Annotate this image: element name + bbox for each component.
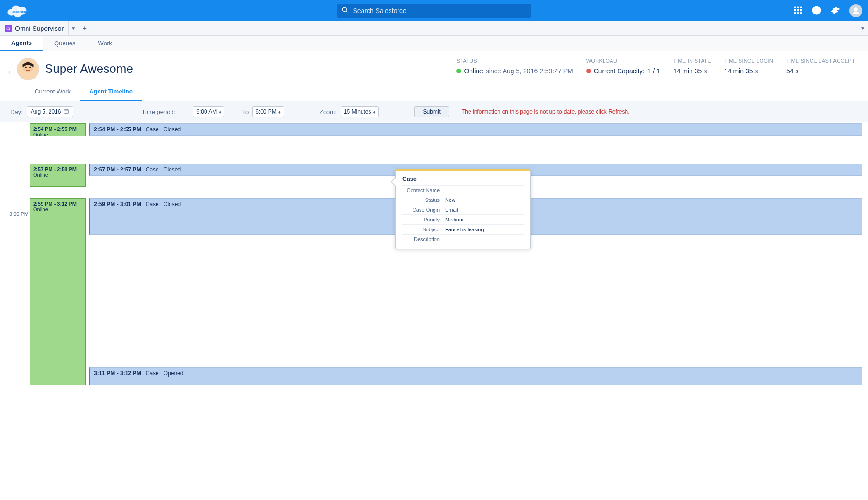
svg-rect-11: [797, 9, 799, 11]
time-from-select[interactable]: 9:00 AM♦: [193, 106, 224, 117]
app-context-bar: Omni Supervisor ▼ + ▼: [0, 21, 868, 36]
app-launcher-icon[interactable]: [793, 6, 803, 16]
svg-rect-8: [797, 6, 799, 8]
app-menu-caret[interactable]: ▼: [861, 26, 868, 31]
svg-point-5: [342, 7, 346, 11]
day-picker[interactable]: Aug 5, 2016: [27, 106, 74, 117]
popover-title: Case: [402, 175, 524, 185]
svg-line-6: [346, 11, 347, 12]
svg-point-24: [29, 67, 31, 68]
workspace-subtabs: Agents Queues Work: [0, 36, 868, 51]
timeline-lanes: 2:54 PM - 2:55 PM Online 2:54 PM - 2:55 …: [30, 123, 862, 387]
svg-text:salesforce: salesforce: [12, 10, 27, 13]
header-actions: [793, 4, 862, 17]
case-detail-popover: Case Contact Name StatusNew Case OriginE…: [395, 169, 531, 249]
workload-label: WORKLOAD: [586, 58, 660, 64]
zoom-label: Zoom:: [320, 108, 337, 115]
svg-rect-13: [794, 12, 796, 14]
search-icon: [342, 7, 349, 15]
svg-point-17: [816, 12, 817, 13]
svg-point-23: [25, 67, 27, 68]
back-chevron-icon[interactable]: ‹: [8, 67, 11, 80]
gutter-time-label: 3:00 PM: [9, 211, 30, 217]
status-value: Online since Aug 5, 2016 2:59:27 PM: [456, 67, 573, 75]
global-header: salesforce: [0, 0, 868, 21]
tab-agents[interactable]: Agents: [0, 36, 43, 51]
app-name-label: Omni Supervisor: [15, 25, 64, 32]
svg-line-20: [9, 29, 10, 30]
zoom-select[interactable]: 15 Minutes♦: [341, 106, 379, 117]
online-status-dot: [456, 69, 461, 73]
status-block[interactable]: 2:59 PM - 3:12 PM Online: [30, 198, 86, 385]
status-block[interactable]: 2:57 PM - 2:58 PM Online: [30, 164, 86, 187]
tab-queues[interactable]: Queues: [43, 36, 87, 51]
day-label: Day:: [10, 108, 23, 115]
tab-menu-caret[interactable]: ▼: [68, 21, 78, 36]
tab-work[interactable]: Work: [87, 36, 123, 51]
time-gutter: 3:00 PM: [9, 123, 30, 387]
agent-header: ‹ Super Awesome STATUS Online since Aug …: [0, 51, 868, 80]
new-tab-button[interactable]: +: [78, 21, 91, 36]
time-since-last-accept-value: 54 s: [786, 67, 855, 75]
timeline-row: 2:54 PM - 2:55 PM Online 2:54 PM - 2:55 …: [30, 123, 862, 137]
tab-current-work[interactable]: Current Work: [25, 83, 80, 101]
capacity-dot: [586, 69, 591, 73]
time-since-last-accept-label: TIME SINCE LAST ACCEPT: [786, 58, 855, 64]
tab-agent-timeline[interactable]: Agent Timeline: [80, 83, 142, 101]
timeline-filter-bar: Day: Aug 5, 2016 Time period: 9:00 AM♦ T…: [0, 101, 868, 122]
workload-value: Current Capacity: 1 / 1: [586, 67, 660, 75]
work-item[interactable]: 2:54 PM - 2:55 PM Case Closed: [89, 123, 862, 136]
timeline: 3:00 PM 2:54 PM - 2:55 PM Online 2:54 PM…: [0, 122, 868, 387]
refresh-warning: The information on this page is not up-t…: [462, 108, 630, 115]
work-item[interactable]: 3:11 PM - 3:12 PM Case Opened: [89, 367, 862, 385]
svg-point-18: [854, 7, 858, 11]
time-to-select[interactable]: 6:00 PM♦: [252, 106, 284, 117]
user-avatar-icon[interactable]: [849, 4, 862, 17]
agent-stats: STATUS Online since Aug 5, 2016 2:59:27 …: [456, 58, 860, 80]
agent-name: Super Awesome: [45, 62, 133, 80]
time-period-label: Time period:: [142, 108, 175, 115]
svg-rect-7: [794, 6, 796, 8]
svg-rect-14: [797, 12, 799, 14]
agent-avatar: [17, 58, 39, 80]
to-label: To: [242, 108, 249, 115]
submit-button[interactable]: Submit: [414, 106, 449, 117]
status-block[interactable]: 2:54 PM - 2:55 PM Online: [30, 123, 86, 136]
status-label: STATUS: [456, 58, 573, 64]
svg-rect-15: [800, 12, 802, 14]
calendar-icon: [64, 108, 69, 115]
time-since-login-label: TIME SINCE LOGIN: [724, 58, 773, 64]
time-in-state-value: 14 min 35 s: [673, 67, 711, 75]
timeline-row: 2:59 PM - 3:12 PM Online 2:59 PM - 3:01 …: [30, 198, 862, 387]
svg-rect-10: [794, 9, 796, 11]
svg-rect-9: [800, 6, 802, 8]
global-search-wrap: [337, 4, 531, 18]
svg-rect-12: [800, 9, 802, 11]
gear-icon[interactable]: [831, 6, 840, 16]
svg-point-19: [7, 27, 9, 29]
time-in-state-label: TIME IN STATE: [673, 58, 711, 64]
salesforce-logo[interactable]: salesforce: [6, 3, 28, 18]
help-icon[interactable]: [812, 6, 821, 16]
search-input[interactable]: [337, 4, 531, 18]
omni-icon: [5, 25, 12, 32]
app-name-tab[interactable]: Omni Supervisor: [0, 25, 68, 32]
svg-rect-25: [64, 109, 69, 113]
time-since-login-value: 14 min 35 s: [724, 67, 773, 75]
agent-detail-tabs: Current Work Agent Timeline: [0, 80, 868, 101]
